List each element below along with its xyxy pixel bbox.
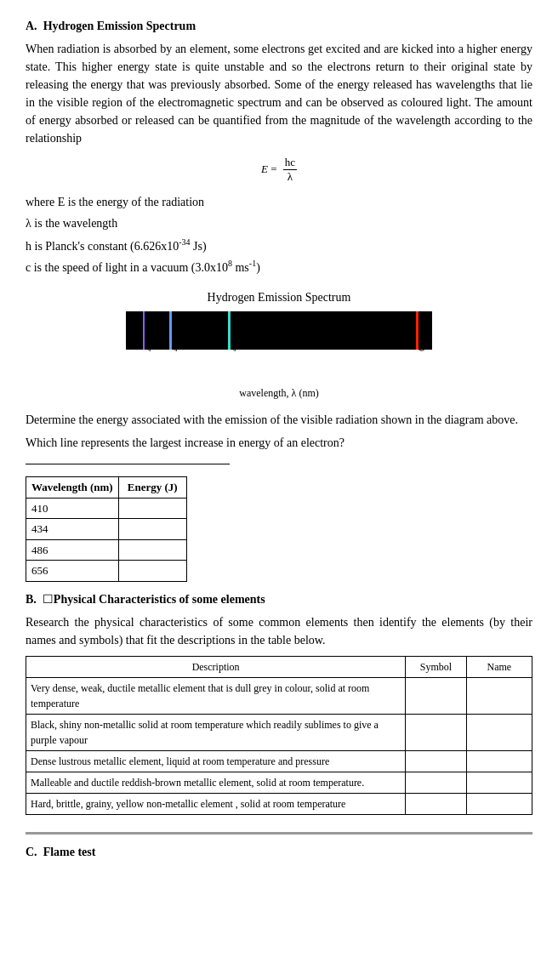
wavelength-labels-row: 410 434 486 656 xyxy=(126,350,432,382)
desc-col-header: Description xyxy=(26,656,406,677)
symbol-col-header: Symbol xyxy=(406,656,466,677)
section-a-label: A. xyxy=(26,20,37,32)
symbol-1 xyxy=(406,677,466,714)
section-c-label: C. xyxy=(26,846,37,858)
energy-table-header: Wavelength (nm) Energy (J) xyxy=(26,477,187,499)
desc-2: Black, shiny non-metallic solid at room … xyxy=(26,714,406,750)
section-c-heading: C. Flame test xyxy=(26,843,532,861)
formula-denominator: λ xyxy=(286,170,294,184)
e-434 xyxy=(118,519,186,540)
e-486 xyxy=(118,539,186,561)
desc-row-2: Black, shiny non-metallic solid at room … xyxy=(26,714,532,750)
formula-numerator: hc xyxy=(283,156,297,170)
formula-label: E = xyxy=(261,161,280,178)
symbol-5 xyxy=(406,793,466,814)
desc-1: Very dense, weak, ductile metallic eleme… xyxy=(26,677,406,714)
desc-row-3: Dense lustrous metallic element, liquid … xyxy=(26,750,532,772)
wl-410: 410 xyxy=(26,498,119,519)
variable-line-1: where E is the energy of the radiation xyxy=(26,191,532,213)
intro-paragraph: When radiation is absorbed by an element… xyxy=(26,40,532,147)
spectrum-diagram-title: Hydrogen Emission Spectrum xyxy=(117,288,441,306)
energy-table: Wavelength (nm) Energy (J) 410 434 486 6… xyxy=(26,476,187,582)
spectrum-bar-wrapper: 410 434 486 656 wavelength, λ (nm) xyxy=(126,311,432,401)
section-b-label: B. xyxy=(26,593,37,606)
description-table: Description Symbol Name Very dense, weak… xyxy=(26,656,532,815)
spectrum-diagram: Hydrogen Emission Spectrum 410 434 xyxy=(117,288,441,401)
variable-line-2: λ is the wavelength xyxy=(26,213,532,234)
x-axis-label: wavelength, λ (nm) xyxy=(126,385,432,401)
wl-434: 434 xyxy=(26,519,119,540)
energy-row-410: 410 xyxy=(26,498,187,519)
question-2: Which line represents the largest increa… xyxy=(26,434,532,452)
energy-row-656: 656 xyxy=(26,561,187,582)
questions-block: Determine the energy associated with the… xyxy=(26,411,532,452)
formula-block: E = hc λ xyxy=(26,156,532,183)
symbol-2 xyxy=(406,714,466,750)
section-b-checkbox: ☐ xyxy=(43,593,54,606)
desc-4: Malleable and ductile reddish-brown meta… xyxy=(26,772,406,793)
col-wavelength-header: Wavelength (nm) xyxy=(26,477,119,499)
name-3 xyxy=(466,750,532,772)
section-b-heading-line: B. ☐Physical Characteristics of some ele… xyxy=(26,590,532,608)
section-a: A. Hydrogen Emission Spectrum When radia… xyxy=(26,17,532,582)
question-1: Determine the energy associated with the… xyxy=(26,411,532,429)
section-b: B. ☐Physical Characteristics of some ele… xyxy=(26,590,532,815)
symbol-3 xyxy=(406,750,466,772)
section-c: C. Flame test xyxy=(26,832,532,861)
energy-row-434: 434 xyxy=(26,519,187,540)
wl-656: 656 xyxy=(26,561,119,582)
symbol-4 xyxy=(406,772,466,793)
desc-row-5: Hard, brittle, grainy, yellow non-metall… xyxy=(26,793,532,814)
wl-label-434: 434 xyxy=(168,339,181,351)
wl-label-486: 486 xyxy=(227,339,240,351)
wl-label-410: 410 xyxy=(142,339,155,351)
section-a-heading: Hydrogen Emission Spectrum xyxy=(43,20,196,32)
energy-row-486: 486 xyxy=(26,539,187,561)
name-5 xyxy=(466,793,532,814)
desc-table-header: Description Symbol Name xyxy=(26,656,532,677)
desc-row-1: Very dense, weak, ductile metallic eleme… xyxy=(26,677,532,714)
desc-3: Dense lustrous metallic element, liquid … xyxy=(26,750,406,772)
section-b-title: Physical Characteristics of some element… xyxy=(54,593,265,606)
variables-block: where E is the energy of the radiation λ… xyxy=(26,191,532,278)
name-4 xyxy=(466,772,532,793)
desc-row-4: Malleable and ductile reddish-brown meta… xyxy=(26,772,532,793)
name-col-header: Name xyxy=(466,656,532,677)
desc-5: Hard, brittle, grainy, yellow non-metall… xyxy=(26,793,406,814)
wl-label-656: 656 xyxy=(415,339,428,351)
section-c-title: Flame test xyxy=(43,846,96,858)
col-energy-header: Energy (J) xyxy=(118,477,186,499)
variable-line-3: h is Planck's constant (6.626x10-34 Js) xyxy=(26,235,532,257)
e-656 xyxy=(118,561,186,582)
wl-486: 486 xyxy=(26,539,119,561)
section-a-title: A. Hydrogen Emission Spectrum xyxy=(26,17,532,35)
e-410 xyxy=(118,498,186,519)
section-b-intro: Research the physical characteristics of… xyxy=(26,613,532,649)
name-1 xyxy=(466,677,532,714)
divider-line xyxy=(26,464,230,464)
variable-line-4: c is the speed of light in a vacuum (3.0… xyxy=(26,256,532,278)
name-2 xyxy=(466,714,532,750)
formula-fraction: hc λ xyxy=(283,156,297,183)
